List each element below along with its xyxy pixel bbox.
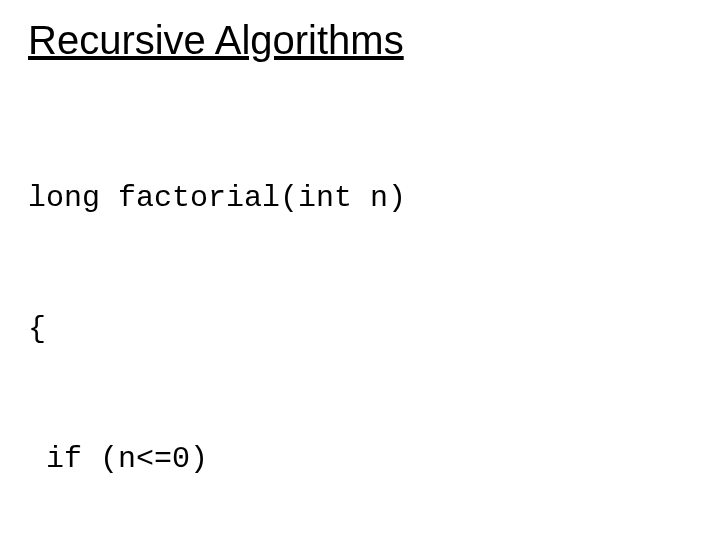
code-line: if (n<=0) (28, 438, 692, 482)
code-block: long factorial(int n) { if (n<=0) return… (28, 90, 692, 540)
slide-title: Recursive Algorithms (28, 18, 692, 62)
slide: Recursive Algorithms long factorial(int … (0, 0, 720, 540)
code-line: long factorial(int n) (28, 177, 692, 221)
code-line: { (28, 308, 692, 352)
